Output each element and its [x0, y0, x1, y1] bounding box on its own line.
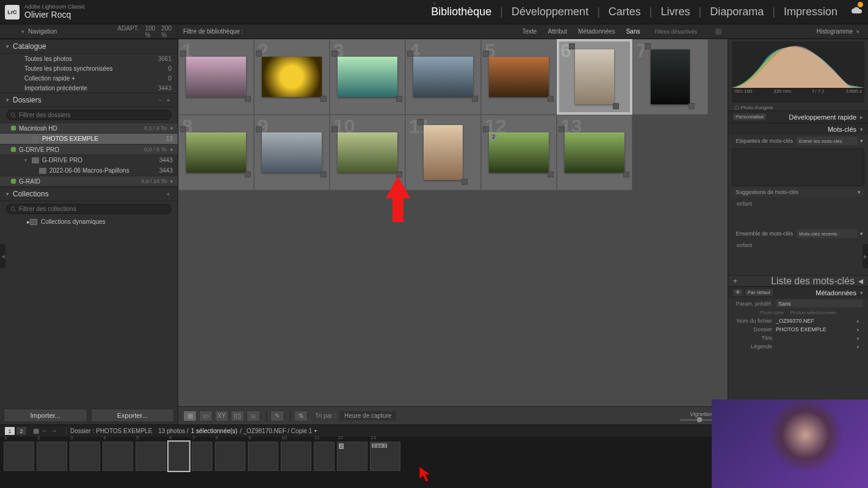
- histogram[interactable]: ISO 180 330 mm f / 7,1 1/800 s: [732, 41, 864, 102]
- sort-direction-icon[interactable]: ⇅: [294, 411, 308, 422]
- filmstrip-thumb[interactable]: 7: [192, 442, 212, 471]
- collections-search-input[interactable]: [19, 206, 167, 212]
- thumbnail[interactable]: [338, 57, 397, 97]
- goto-icon[interactable]: ▸: [857, 318, 863, 324]
- flag-icon[interactable]: [569, 43, 575, 49]
- catalog-item[interactable]: Importation précédente3443: [0, 83, 178, 93]
- chevron-down-icon[interactable]: ▾: [314, 428, 317, 434]
- keyword-mode-select[interactable]: Entrer les mots-clés: [797, 137, 858, 145]
- thumbnail[interactable]: 2: [489, 132, 549, 173]
- keyword-recent-chip[interactable]: enfant: [728, 240, 868, 251]
- quick-develop-header[interactable]: Personnalisé Développement rapide ▸: [728, 110, 868, 123]
- filmstrip-thumb[interactable]: 5: [136, 442, 166, 471]
- keyword-suggestion-chip[interactable]: enfant: [728, 198, 868, 209]
- badge-icon[interactable]: [245, 171, 251, 178]
- collections-search[interactable]: [6, 204, 172, 214]
- collapse-right-icon[interactable]: ▶: [863, 244, 868, 268]
- grid-cell[interactable]: 8: [178, 115, 254, 190]
- thumbnail[interactable]: [262, 132, 322, 173]
- filmstrip-thumb[interactable]: 4: [103, 442, 133, 471]
- flag-icon[interactable]: [256, 51, 262, 57]
- badge-icon[interactable]: [245, 96, 251, 102]
- thumbnail[interactable]: [338, 132, 397, 173]
- histogram-title[interactable]: Histogramme: [817, 28, 853, 35]
- sort-field[interactable]: Heure de capture: [339, 411, 396, 420]
- filmstrip-path[interactable]: Dossier : PHOTOS EXEMPLE: [70, 428, 152, 434]
- collections-add-icon[interactable]: +: [167, 190, 172, 198]
- zoom-100[interactable]: 100 %: [145, 25, 156, 38]
- thumbnail[interactable]: [565, 132, 624, 173]
- filmstrip-thumb[interactable]: 8: [215, 442, 245, 471]
- filter-texte[interactable]: Texte: [522, 28, 537, 35]
- catalog-item[interactable]: Collection rapide +0: [0, 73, 178, 83]
- metadata-header[interactable]: 👁 Par défaut Métadonnées ▾: [728, 286, 868, 298]
- preset-pill[interactable]: Personnalisé: [733, 113, 766, 120]
- flag-icon[interactable]: [331, 51, 338, 57]
- second-display-button[interactable]: 2: [16, 427, 26, 435]
- catalog-item[interactable]: Toutes les photos synchronisées0: [0, 63, 178, 73]
- folder-row[interactable]: PHOTOS EXEMPLE13: [0, 134, 178, 144]
- module-impression[interactable]: Impression: [784, 5, 837, 18]
- folders-search[interactable]: [6, 110, 172, 120]
- stack-position-badge[interactable]: 2 sur 2: [372, 443, 387, 448]
- collapse-left-icon[interactable]: ◀: [0, 244, 5, 268]
- flag-icon[interactable]: [483, 126, 489, 132]
- filter-attribut[interactable]: Attribut: [548, 28, 567, 35]
- zoom-fit[interactable]: ADAPT.: [118, 25, 139, 38]
- thumbnail[interactable]: [489, 57, 549, 97]
- grid-cell[interactable]: 11: [405, 115, 481, 190]
- cloud-sync-icon[interactable]: [846, 5, 863, 18]
- import-button[interactable]: Importer...: [4, 409, 87, 422]
- filmstrip-thumb[interactable]: 2: [37, 442, 67, 471]
- keyword-list-header[interactable]: + Liste des mots-clés ◂: [728, 275, 868, 286]
- filter-métadonnées[interactable]: Métadonnées: [578, 28, 615, 35]
- filmstrip-thumb[interactable]: 3: [70, 442, 100, 471]
- plus-icon[interactable]: +: [733, 277, 737, 285]
- grid-cell[interactable]: 122: [481, 115, 557, 190]
- badge-icon[interactable]: [461, 179, 468, 185]
- filmstrip-thumb[interactable]: 11: [314, 442, 335, 471]
- filmstrip-thumb[interactable]: 9: [248, 442, 278, 471]
- folders-search-input[interactable]: [19, 112, 167, 118]
- filmstrip-thumb[interactable]: 132 sur 2: [370, 442, 400, 471]
- thumbnail[interactable]: [575, 49, 614, 104]
- stack-badge[interactable]: 2: [339, 443, 344, 449]
- original-photo-toggle[interactable]: Photo d'origine: [728, 105, 868, 110]
- grid-cell[interactable]: 4: [405, 39, 481, 115]
- keyword-suggestions-header[interactable]: Suggestions de mots-clés ▾: [732, 187, 864, 197]
- loupe-view-icon[interactable]: ▭: [199, 411, 212, 422]
- folder-row[interactable]: ▾G-DRIVE PRO3443: [0, 155, 178, 165]
- module-bibliothèque[interactable]: Bibliothèque: [431, 5, 491, 18]
- badge-icon[interactable]: [623, 171, 629, 178]
- goto-icon[interactable]: ▸: [857, 344, 863, 350]
- eye-icon[interactable]: 👁: [733, 289, 743, 296]
- flag-icon[interactable]: [483, 51, 489, 57]
- survey-view-icon[interactable]: ▯▯: [231, 411, 244, 422]
- module-développement[interactable]: Développement: [512, 5, 588, 18]
- catalog-item[interactable]: Toutes les photos3661: [0, 54, 178, 63]
- volume-row[interactable]: Macintosh HD0,1 / 4 To▾: [0, 123, 178, 134]
- thumbnail[interactable]: [424, 125, 463, 180]
- main-display-button[interactable]: 1: [5, 427, 15, 435]
- thumbnail[interactable]: [651, 49, 690, 104]
- filmstrip-thumb[interactable]: 6: [168, 442, 189, 471]
- lock-icon[interactable]: [715, 29, 722, 35]
- flag-icon[interactable]: [645, 43, 651, 49]
- module-cartes[interactable]: Cartes: [609, 5, 641, 18]
- filmstrip-thumb[interactable]: 122: [337, 442, 367, 471]
- stack-badge[interactable]: 2: [490, 134, 497, 140]
- metadata-preset-select[interactable]: Sans: [776, 300, 863, 307]
- thumbnail[interactable]: [413, 57, 473, 97]
- volume-row[interactable]: G-DRIVE PRO0,0 / 6 To▾: [0, 144, 178, 155]
- filter-sans[interactable]: Sans: [626, 28, 640, 35]
- folders-ops-icon[interactable]: − +: [158, 96, 172, 104]
- flag-icon[interactable]: [418, 119, 424, 125]
- thumbnail[interactable]: [186, 132, 246, 173]
- badge-icon[interactable]: [472, 96, 478, 102]
- flag-icon[interactable]: [559, 126, 565, 132]
- keyword-set-select[interactable]: Mots-clés récents: [797, 229, 858, 238]
- badge-icon[interactable]: [548, 96, 554, 102]
- people-view-icon[interactable]: ☺: [247, 411, 260, 422]
- module-diaporama[interactable]: Diaporama: [710, 5, 764, 18]
- grid-cell[interactable]: 5: [481, 39, 557, 115]
